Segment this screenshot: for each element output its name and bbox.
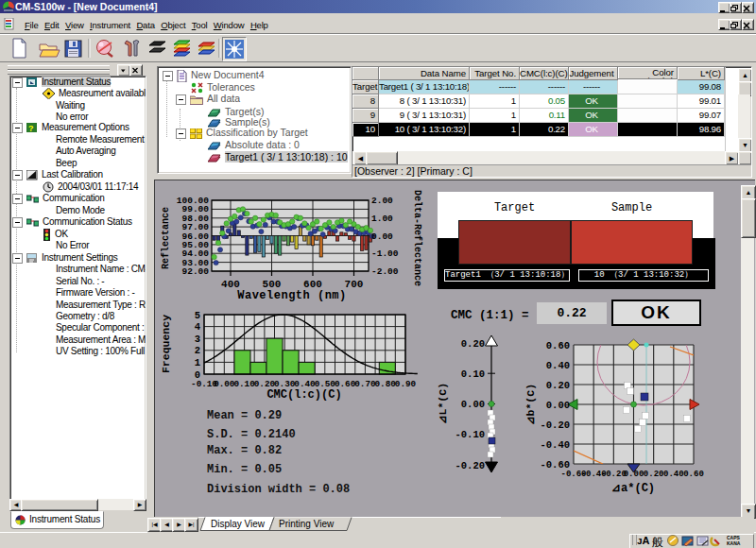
svg-text:0.20: 0.20 xyxy=(461,338,485,350)
svg-text:0.00: 0.00 xyxy=(371,231,393,242)
svg-text:Delta-Reflectance: Delta-Reflectance xyxy=(412,190,422,286)
svg-text:0.90: 0.90 xyxy=(395,379,417,389)
svg-text:Wavelength (nm): Wavelength (nm) xyxy=(237,289,347,302)
svg-text:0.60: 0.60 xyxy=(683,470,704,479)
svg-text:?: ? xyxy=(28,124,33,133)
svg-text:1: 1 xyxy=(195,357,200,368)
svg-text:-2.00: -2.00 xyxy=(371,266,399,277)
svg-text:CMC(l:c)(C): CMC(l:c)(C) xyxy=(266,388,341,402)
svg-text:Printing View: Printing View xyxy=(279,519,335,529)
svg-text:2: 2 xyxy=(195,345,200,356)
svg-text:-0.10: -0.10 xyxy=(455,429,485,440)
svg-text:-0.20: -0.20 xyxy=(455,460,485,471)
svg-text:1.00: 1.00 xyxy=(371,214,393,224)
svg-text:-0.20: -0.20 xyxy=(540,420,570,431)
svg-text:4: 4 xyxy=(195,321,200,333)
svg-text:0.10: 0.10 xyxy=(461,368,485,380)
svg-text:⊿b*(C): ⊿b*(C) xyxy=(524,384,537,425)
svg-text:0.00: 0.00 xyxy=(546,400,570,411)
svg-text:0.40: 0.40 xyxy=(663,470,684,479)
svg-text:0.00: 0.00 xyxy=(624,470,644,479)
svg-text:Reflectance: Reflectance xyxy=(161,207,171,269)
svg-text:0.10: 0.10 xyxy=(233,379,255,389)
svg-text:0.80: 0.80 xyxy=(375,379,397,389)
svg-text:2.00: 2.00 xyxy=(371,196,393,206)
svg-text:0.60: 0.60 xyxy=(546,340,570,351)
svg-text:0.20: 0.20 xyxy=(546,380,570,391)
svg-text:Frequency: Frequency xyxy=(160,315,172,373)
svg-text:-0.40: -0.40 xyxy=(540,439,570,451)
svg-text:5: 5 xyxy=(195,310,200,321)
svg-text:0.20: 0.20 xyxy=(644,470,664,479)
svg-text:0.40: 0.40 xyxy=(546,360,570,371)
svg-text:⊿L*(C): ⊿L*(C) xyxy=(437,383,449,424)
svg-text:-1.00: -1.00 xyxy=(371,248,399,259)
svg-text:3: 3 xyxy=(195,334,200,345)
svg-text:0.00: 0.00 xyxy=(461,399,485,410)
svg-text:0.70: 0.70 xyxy=(354,379,376,389)
svg-text:-0.60: -0.60 xyxy=(540,459,570,471)
svg-text:Display View: Display View xyxy=(211,519,266,529)
svg-text:700: 700 xyxy=(345,279,364,290)
svg-text:92.00: 92.00 xyxy=(181,266,209,277)
svg-text:0.00: 0.00 xyxy=(214,379,235,389)
svg-text:⊿a*(C): ⊿a*(C) xyxy=(611,482,655,495)
